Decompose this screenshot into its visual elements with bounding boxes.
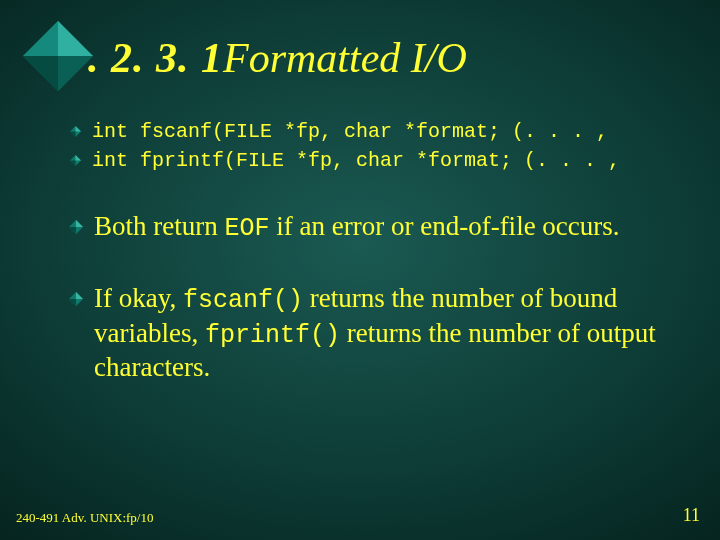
paragraph: Both return EOF if an error or end-of-fi… [68,210,690,244]
inline-code: EOF [224,214,269,243]
diamond-icon [20,18,96,94]
svg-marker-16 [69,299,76,306]
svg-marker-9 [75,155,81,161]
page-number: 11 [683,505,700,526]
svg-marker-15 [76,292,83,299]
diamond-bullet-icon [68,210,84,234]
text-run: If okay, [94,283,183,313]
paragraph: If okay, fscanf() returns the number of … [68,282,690,384]
diamond-bullet-icon [68,120,82,137]
diamond-bullet-icon [68,282,84,306]
svg-marker-2 [23,21,58,56]
diamond-bullet-icon [68,149,82,166]
paragraph-text: If okay, fscanf() returns the number of … [94,282,690,384]
code-signature: int fscanf(FILE *fp, char *format; (. . … [92,120,608,143]
svg-marker-12 [76,220,83,227]
svg-marker-3 [23,56,58,91]
text-run: Both return [94,211,224,241]
title-number: . 2. 3. 1 [88,37,223,79]
inline-code: fprintf() [205,321,340,350]
title-row: . 2. 3. 1 Formatted I/O [20,18,700,94]
code-signature: int fprintf(FILE *fp, char *format; (. .… [92,149,620,172]
svg-marker-7 [70,132,76,138]
signature-line: int fprintf(FILE *fp, char *format; (. .… [68,149,690,172]
title-text: Formatted I/O [223,37,467,79]
signature-line: int fscanf(FILE *fp, char *format; (. . … [68,120,690,143]
svg-marker-10 [70,161,76,167]
paragraph-text: Both return EOF if an error or end-of-fi… [94,210,620,244]
text-run: if an error or end-of-file occurs. [270,211,620,241]
footer-left: 240-491 Adv. UNIX:fp/10 [16,510,153,526]
inline-code: fscanf() [183,286,303,315]
svg-marker-6 [75,126,81,132]
content-area: int fscanf(FILE *fp, char *format; (. . … [68,120,690,423]
